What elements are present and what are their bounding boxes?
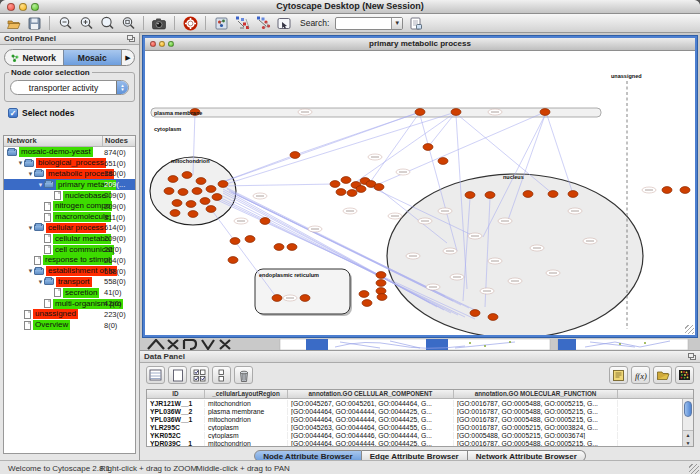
select-attributes-icon[interactable]: [190, 366, 209, 384]
snapshot-icon[interactable]: [150, 15, 168, 31]
network-node[interactable]: [300, 295, 310, 302]
network-node[interactable]: [168, 176, 178, 183]
expand-arrow-icon[interactable]: ▼: [37, 279, 44, 285]
network-node[interactable]: [415, 109, 425, 116]
network-edge[interactable]: [223, 112, 456, 185]
window-titlebar[interactable]: Cytoscape Desktop (New Session): [0, 0, 700, 14]
network-node[interactable]: [438, 158, 448, 165]
network-node[interactable]: [374, 184, 384, 191]
network-node[interactable]: [228, 257, 238, 264]
network-node[interactable]: [230, 238, 240, 245]
network-node[interactable]: [451, 109, 461, 116]
network-node[interactable]: [200, 198, 210, 205]
search-input[interactable]: ▼: [335, 17, 403, 30]
table-column-header[interactable]: annotation.GO MOLECULAR_FUNCTION: [454, 390, 618, 398]
layout-a-icon[interactable]: [233, 15, 251, 31]
tree-row[interactable]: ▼metabolic process280(0): [4, 169, 135, 180]
unselect-attributes-icon[interactable]: [212, 366, 231, 384]
network-node[interactable]: [272, 295, 282, 302]
tree-row[interactable]: ▼establishment of lo558(0): [4, 266, 135, 277]
expand-arrow-icon[interactable]: ▼: [27, 171, 34, 177]
network-view-window[interactable]: primary metabolic process plasma membran…: [143, 36, 697, 337]
network-node[interactable]: [192, 188, 202, 195]
network-node[interactable]: [336, 189, 346, 196]
tab-mosaic[interactable]: Mosaic: [63, 50, 122, 65]
tree-row[interactable]: cellular metabo209(0): [4, 233, 135, 244]
network-node[interactable]: [376, 280, 386, 287]
expand-arrow-icon[interactable]: ▼: [27, 225, 34, 231]
heatmap-icon[interactable]: [675, 366, 694, 384]
vizmapper-icon[interactable]: [212, 15, 230, 31]
delete-attribute-icon[interactable]: [234, 366, 253, 384]
table-scrollbar[interactable]: ▲▼: [682, 399, 693, 446]
tree-row[interactable]: unassigned223(0): [4, 309, 135, 320]
network-node[interactable]: [362, 300, 372, 307]
zoom-fit-icon[interactable]: [98, 15, 116, 31]
network-node[interactable]: [206, 186, 216, 193]
network-node[interactable]: [423, 144, 433, 151]
network-node[interactable]: [196, 178, 206, 185]
table-column-header[interactable]: ID: [147, 390, 205, 398]
tree-row[interactable]: ▼transport558(0): [4, 277, 135, 288]
plasma-membrane-region[interactable]: [151, 108, 601, 117]
annotation-icon[interactable]: [275, 15, 293, 31]
zoom-out-icon[interactable]: [56, 15, 74, 31]
table-row[interactable]: YKR052Ccytoplasm[GO:0044464, GO:0044446,…: [147, 431, 693, 439]
expand-arrow-icon[interactable]: ▼: [27, 268, 34, 274]
zoom-in-icon[interactable]: [77, 15, 95, 31]
network-node[interactable]: [470, 310, 480, 317]
save-icon[interactable]: [25, 15, 43, 31]
network-node[interactable]: [485, 192, 495, 199]
table-row[interactable]: YDR039C__1mitochondrion[GO:0044464, GO:0…: [147, 439, 693, 447]
network-edge[interactable]: [220, 184, 335, 186]
network-node[interactable]: [680, 187, 690, 194]
tree-row[interactable]: nucleobase-209(0): [4, 190, 135, 201]
new-attribute-icon[interactable]: [168, 366, 187, 384]
network-canvas[interactable]: plasma membranecytoplasmmitochondrionnuc…: [145, 51, 695, 335]
network-edge[interactable]: [295, 112, 420, 155]
open-file-icon[interactable]: [4, 15, 22, 31]
nucleus-region[interactable]: [387, 174, 643, 335]
scrollbar-arrows[interactable]: ▲▼: [683, 430, 693, 446]
expand-arrow-icon[interactable]: ▼: [17, 160, 24, 166]
node-color-dropdown[interactable]: transporter activity ▲▼: [10, 80, 129, 95]
expand-arrow-icon[interactable]: ▼: [37, 182, 44, 188]
network-node[interactable]: [287, 244, 297, 251]
network-node[interactable]: [260, 218, 270, 225]
tree-row[interactable]: ▼primary metabo209(...: [4, 179, 135, 190]
network-node[interactable]: [172, 200, 182, 207]
network-node[interactable]: [206, 206, 216, 213]
table-column-header[interactable]: _cellularLayoutRegion: [205, 390, 288, 398]
table-row[interactable]: YJR121W__1mitochondrion[GO:0045267, GO:0…: [147, 399, 693, 407]
table-row[interactable]: YPL036W__1mitochondrion[GO:0044464, GO:0…: [147, 415, 693, 423]
network-node[interactable]: [540, 109, 550, 116]
network-node[interactable]: [170, 210, 180, 217]
network-node[interactable]: [188, 211, 198, 218]
table-row[interactable]: YLR295Ccytoplasm[GO:0045263, GO:0044464,…: [147, 423, 693, 431]
network-node[interactable]: [290, 152, 300, 159]
tree-row[interactable]: multi-organism pro42(0): [4, 298, 135, 309]
tree-row[interactable]: ▼cellular process614(0): [4, 223, 135, 234]
tree-row[interactable]: cell communicat22(0): [4, 244, 135, 255]
table-icon[interactable]: [146, 366, 165, 384]
network-node[interactable]: [330, 181, 340, 188]
help-icon[interactable]: [181, 15, 199, 31]
frame-resize-grip[interactable]: [685, 325, 694, 334]
network-node[interactable]: [377, 294, 387, 301]
network-node[interactable]: [182, 172, 192, 179]
tree-row[interactable]: nitrogen compo209(0): [4, 201, 135, 212]
network-node[interactable]: [523, 191, 533, 198]
tree-row[interactable]: mosaic-demo-yeast874(0): [4, 147, 135, 158]
network-node[interactable]: [164, 188, 174, 195]
network-node[interactable]: [212, 194, 222, 201]
tree-row[interactable]: Overview8(0): [4, 320, 135, 331]
notes-icon[interactable]: [609, 366, 628, 384]
tree-row[interactable]: macromolecule311(0): [4, 212, 135, 223]
network-view-titlebar[interactable]: primary metabolic process: [145, 38, 695, 51]
network-node[interactable]: [568, 191, 578, 198]
search-dropdown-icon[interactable]: ▼: [391, 18, 402, 29]
network-node[interactable]: [245, 236, 255, 243]
table-row[interactable]: YPL036W__2plasma membrane[GO:0044464, GO…: [147, 407, 693, 415]
network-node[interactable]: [356, 186, 366, 193]
network-node[interactable]: [465, 192, 475, 199]
